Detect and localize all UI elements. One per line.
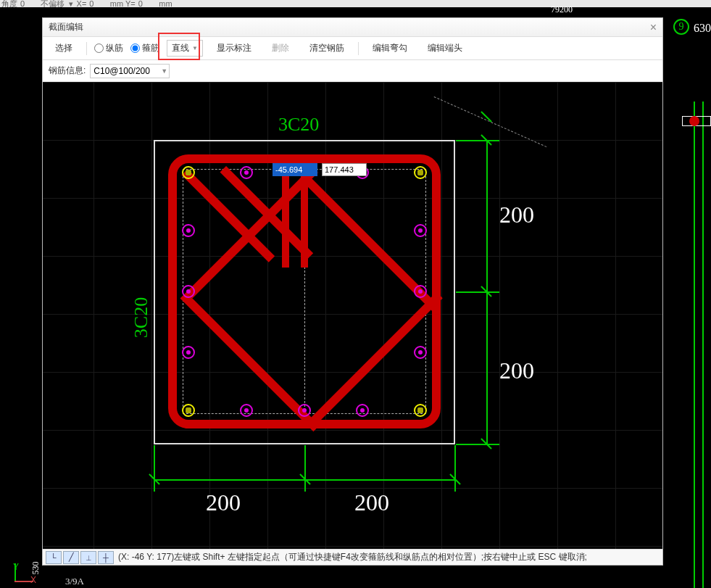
rebar-side[interactable] <box>182 224 195 237</box>
rebar-info-input[interactable] <box>90 64 170 78</box>
showlabel-button[interactable]: 显示标注 <box>210 40 258 57</box>
dim-ext <box>304 445 306 492</box>
coord-input-group <box>273 163 367 176</box>
x-label: X= <box>77 0 87 7</box>
status-text: (X: -46 Y: 177)左键或 Shift+ 左键指定起点（可通过快捷键F… <box>118 551 587 563</box>
dim-right-2: 200 <box>499 357 534 384</box>
chevron-down-icon: ▼ <box>192 45 198 51</box>
dim-ext <box>456 291 499 293</box>
angle-label: 角度 <box>1 0 17 7</box>
y-label: mm Y= <box>110 0 136 7</box>
rebar-side[interactable] <box>356 404 369 417</box>
bg-num-630: 630 <box>694 22 711 35</box>
dialog-titlebar[interactable]: 截面编辑 × <box>43 18 662 37</box>
clear-rebar-button[interactable]: 清空钢筋 <box>303 40 351 57</box>
delete-button[interactable]: 删除 <box>265 40 296 57</box>
dialog-status-bar: └ ╱ ⟂ ┼ (X: -46 Y: 177)左键或 Shift+ 左键指定起点… <box>43 549 662 565</box>
select-button[interactable]: 选择 <box>49 40 79 57</box>
rebar-corner[interactable] <box>182 404 195 417</box>
rebar-side[interactable] <box>182 346 195 359</box>
dialog-close-button[interactable]: × <box>650 21 657 34</box>
rebar-info-bar: 钢筋信息: ▼ <box>43 60 662 82</box>
rebar-corner[interactable] <box>182 166 195 179</box>
rebar-side[interactable] <box>414 346 427 359</box>
mm-label: mm <box>159 0 172 7</box>
chevron-down-icon[interactable]: ▼ <box>161 67 167 75</box>
edit-hook-button[interactable]: 编辑弯勾 <box>366 40 414 57</box>
bg-side-390a: 3/9A <box>65 576 84 587</box>
coord-y-input[interactable] <box>322 163 367 176</box>
dim-bottom-1: 200 <box>206 489 241 516</box>
dim-ext <box>456 444 499 445</box>
dim-ext <box>456 140 499 141</box>
offset-label: 不偏移 <box>41 0 65 7</box>
dim-bottom-2: 200 <box>354 489 389 516</box>
rebar-side[interactable] <box>414 224 427 237</box>
left-rebar-label: 3C20 <box>130 297 152 338</box>
line-dropdown-button[interactable]: 直线 ▼ <box>167 40 203 57</box>
dim-ext <box>154 445 155 492</box>
rebar-corner[interactable] <box>414 166 427 179</box>
dialog-title-text: 截面编辑 <box>49 21 83 33</box>
rebar-corner[interactable] <box>414 404 427 417</box>
coord-x-input[interactable] <box>273 163 317 176</box>
outer-toolbar: 角度 0 不偏移 ▾ X= 0 mm Y= 0 mm <box>0 0 711 7</box>
red-stirrup-line <box>282 166 289 268</box>
snap-endpoint-icon[interactable]: └ <box>46 551 62 564</box>
y-val: 0 <box>138 0 143 7</box>
red-stirrup-line <box>301 166 308 268</box>
angle-val: 0 <box>20 0 25 7</box>
dim-right-1: 200 <box>499 202 534 228</box>
rebar-side[interactable] <box>182 285 195 298</box>
snap-line-icon[interactable]: ╱ <box>63 551 79 564</box>
top-rebar-label: 3C20 <box>278 114 319 136</box>
radio-stirrup[interactable]: 箍筋 <box>130 42 159 54</box>
dim-ext <box>454 445 456 492</box>
x-val: 0 <box>89 0 93 7</box>
snap-perp-icon[interactable]: ⟂ <box>80 551 96 564</box>
rebar-side[interactable] <box>298 404 311 417</box>
snap-cross-icon[interactable]: ┼ <box>98 551 114 564</box>
grid-bubble-9: 9 <box>673 19 689 35</box>
section-canvas[interactable]: 3C20 3C20 <box>43 82 662 549</box>
rebar-side[interactable] <box>414 285 427 298</box>
rebar-info-label: 钢筋信息: <box>49 65 86 77</box>
rebar-side[interactable] <box>240 166 253 179</box>
radio-longitudinal[interactable]: 纵筋 <box>94 42 123 54</box>
edit-end-button[interactable]: 编辑端头 <box>421 40 469 57</box>
section-edit-dialog: 截面编辑 × 选择 纵筋 箍筋 直线 ▼ 显示标注 删除 清空钢筋 编辑弯勾 编… <box>42 17 663 566</box>
bg-side-530: 530 <box>30 562 41 575</box>
rebar-side[interactable] <box>240 404 253 417</box>
bg-num-79200: 79200 <box>551 4 573 15</box>
bg-right-strip <box>682 102 711 588</box>
dialog-toolbar: 选择 纵筋 箍筋 直线 ▼ 显示标注 删除 清空钢筋 编辑弯勾 编辑端头 <box>43 37 662 60</box>
